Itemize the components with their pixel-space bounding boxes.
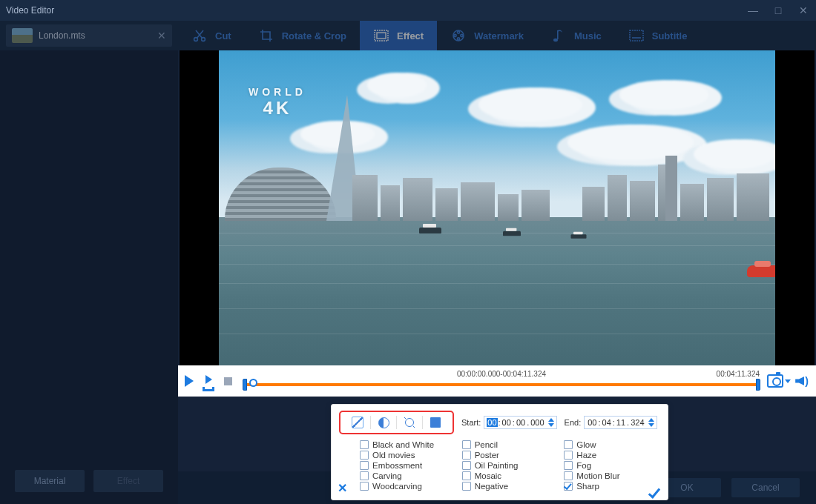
crop-icon bbox=[258, 27, 274, 44]
effect-label: Motion Blur bbox=[576, 471, 619, 480]
checkbox-icon bbox=[462, 451, 471, 460]
minimize-button[interactable]: — bbox=[740, 0, 766, 21]
magic-wand-button[interactable] bbox=[345, 414, 370, 431]
cancel-button[interactable]: Cancel bbox=[731, 478, 800, 497]
end-hh[interactable]: 00 bbox=[587, 418, 597, 427]
effect-checkbox[interactable]: Sharp bbox=[564, 482, 657, 491]
effect-label: Pencil bbox=[475, 440, 498, 449]
effect-checkbox[interactable]: Carving bbox=[360, 471, 453, 480]
effects-grid: Black and WhitePencilGlowOld moviesPoste… bbox=[360, 440, 657, 491]
end-mm[interactable]: 04 bbox=[602, 418, 612, 427]
svg-point-5 bbox=[458, 31, 460, 33]
effect-label: Woodcarving bbox=[372, 482, 422, 491]
effect-label: Poster bbox=[475, 451, 499, 460]
start-time-field[interactable]: Start: 00: 00: 00. 000 bbox=[461, 416, 557, 429]
start-ms[interactable]: 000 bbox=[530, 418, 544, 427]
tab-label: Cut bbox=[215, 30, 231, 42]
effect-label: Haze bbox=[576, 451, 596, 460]
end-spin-down[interactable] bbox=[648, 423, 654, 427]
effect-checkbox[interactable]: Negative bbox=[462, 482, 556, 491]
source-file-chip[interactable]: London.mts ✕ bbox=[6, 24, 172, 47]
brightness-button[interactable] bbox=[397, 414, 422, 431]
effect-label: Effect bbox=[117, 476, 139, 486]
subtitle-icon bbox=[628, 27, 645, 44]
tab-label: Music bbox=[574, 30, 602, 42]
end-time-field[interactable]: End: 00: 04: 11. 324 bbox=[565, 416, 657, 429]
effect-label: Old movies bbox=[372, 451, 415, 460]
sun-icon bbox=[405, 418, 414, 427]
main-toolbar: London.mts ✕ Cut Rotate & Crop Effect Wa… bbox=[0, 21, 816, 50]
start-hh[interactable]: 00 bbox=[487, 418, 497, 427]
tab-watermark[interactable]: Watermark bbox=[437, 21, 537, 50]
effect-cancel-button[interactable]: ✕ bbox=[338, 481, 347, 495]
effect-checkbox[interactable]: Haze bbox=[564, 451, 657, 460]
tab-subtitle[interactable]: Subtitle bbox=[615, 21, 701, 50]
effect-checkbox[interactable]: Oil Painting bbox=[462, 461, 556, 470]
material-tab-button[interactable]: Material bbox=[15, 470, 85, 492]
checkbox-icon bbox=[564, 451, 573, 460]
effect-checkbox[interactable]: Woodcarving bbox=[360, 482, 453, 491]
effect-checkbox[interactable]: Fog bbox=[564, 461, 657, 470]
file-thumbnail bbox=[12, 28, 33, 43]
range-start-handle[interactable] bbox=[243, 379, 247, 391]
watermark-line2: 4K bbox=[263, 98, 292, 119]
square-icon bbox=[430, 417, 441, 428]
effect-label: Glow bbox=[576, 440, 596, 449]
effect-checkbox[interactable]: Motion Blur bbox=[564, 471, 657, 480]
effect-label: Mosaic bbox=[475, 471, 501, 480]
effect-checkbox[interactable]: Poster bbox=[462, 451, 556, 460]
effect-label: Negative bbox=[475, 482, 508, 491]
play-range-button[interactable] bbox=[200, 373, 217, 389]
svg-rect-11 bbox=[630, 30, 643, 41]
start-label: Start: bbox=[461, 418, 481, 427]
start-ss[interactable]: 00 bbox=[516, 418, 526, 427]
maximize-button[interactable]: □ bbox=[766, 0, 791, 21]
svg-point-8 bbox=[454, 34, 456, 36]
tab-music[interactable]: Music bbox=[537, 21, 615, 50]
ok-label: OK bbox=[680, 483, 693, 493]
file-name: London.mts bbox=[39, 30, 157, 41]
cancel-label: Cancel bbox=[751, 483, 779, 493]
end-spin-up[interactable] bbox=[648, 418, 654, 422]
material-label: Material bbox=[34, 476, 66, 486]
svg-point-6 bbox=[461, 34, 463, 36]
checkbox-icon bbox=[462, 461, 471, 470]
chevron-down-icon bbox=[785, 379, 791, 383]
close-window-button[interactable]: ✕ bbox=[791, 0, 816, 21]
svg-rect-10 bbox=[557, 30, 559, 39]
video-canvas: WORLD 4K bbox=[180, 50, 815, 365]
video-watermark: WORLD 4K bbox=[249, 86, 306, 119]
start-spin-down[interactable] bbox=[548, 423, 554, 427]
effect-tab-button[interactable]: Effect bbox=[93, 470, 163, 492]
color-button[interactable] bbox=[423, 414, 448, 431]
effect-checkbox[interactable]: Black and White bbox=[360, 440, 453, 449]
timeline[interactable]: 00:00:00.000-00:04:11.324 00:04:11.324 bbox=[243, 371, 760, 391]
contrast-button[interactable] bbox=[371, 414, 396, 431]
start-spin-up[interactable] bbox=[548, 418, 554, 422]
stop-button[interactable] bbox=[220, 373, 236, 389]
range-end-handle[interactable] bbox=[756, 379, 760, 391]
tab-label: Rotate & Crop bbox=[282, 30, 346, 42]
remove-file-icon[interactable]: ✕ bbox=[157, 30, 166, 42]
effect-checkbox[interactable]: Old movies bbox=[360, 451, 453, 460]
music-note-icon bbox=[550, 27, 567, 44]
effect-checkbox[interactable]: Mosaic bbox=[462, 471, 556, 480]
start-mm[interactable]: 00 bbox=[501, 418, 512, 427]
app-title: Video Editor bbox=[6, 5, 54, 16]
effect-checkbox[interactable]: Embossment bbox=[360, 461, 453, 470]
snapshot-button[interactable] bbox=[767, 373, 791, 389]
end-ss[interactable]: 11 bbox=[616, 418, 626, 427]
tab-cut[interactable]: Cut bbox=[178, 21, 245, 50]
tab-rotate-crop[interactable]: Rotate & Crop bbox=[245, 21, 360, 50]
tab-effect[interactable]: Effect bbox=[360, 21, 437, 50]
title-bar: Video Editor — □ ✕ bbox=[0, 0, 816, 21]
end-ms[interactable]: 324 bbox=[630, 418, 645, 427]
playhead[interactable] bbox=[249, 379, 257, 387]
video-frame: WORLD 4K bbox=[219, 50, 775, 365]
effect-checkbox[interactable]: Glow bbox=[564, 440, 657, 449]
volume-button[interactable] bbox=[794, 373, 810, 389]
effect-checkbox[interactable]: Pencil bbox=[462, 440, 556, 449]
checkbox-icon bbox=[564, 471, 573, 480]
play-button[interactable] bbox=[181, 373, 197, 389]
tab-label: Watermark bbox=[474, 30, 524, 42]
